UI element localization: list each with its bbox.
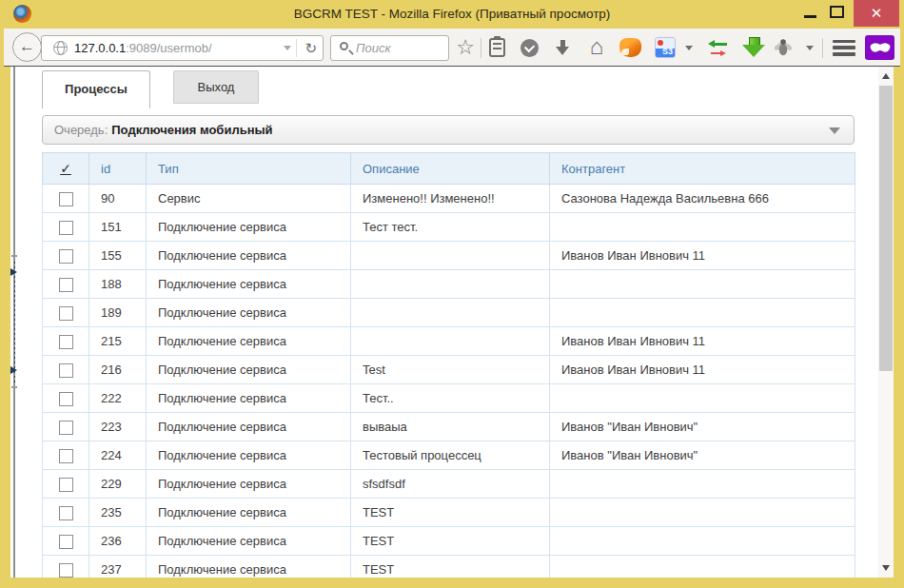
home-button[interactable]: ⌂ xyxy=(585,29,608,67)
table-row: 235Подключение сервисаTEST xyxy=(43,499,855,527)
cell-checkbox xyxy=(43,299,89,327)
row-checkbox[interactable] xyxy=(59,249,73,264)
row-checkbox[interactable] xyxy=(59,535,73,549)
cell-id: 215 xyxy=(89,327,147,356)
cell-checkbox xyxy=(43,470,89,499)
cell-id: 224 xyxy=(89,441,147,470)
cell-contragent xyxy=(550,270,855,299)
toolbar-separator xyxy=(822,38,823,58)
row-checkbox[interactable] xyxy=(59,363,73,378)
process-table: ✓ id Тип Описание Контрагент 90СервисИзм… xyxy=(42,152,855,578)
header-select-all: ✓ xyxy=(43,153,89,185)
cell-contragent: Иванов Иван Ивнович 11 xyxy=(550,242,855,270)
cell-contragent xyxy=(550,527,855,556)
header-type: Тип xyxy=(147,153,351,185)
cell-description xyxy=(351,242,550,270)
row-checkbox[interactable] xyxy=(59,306,73,321)
maximize-button[interactable] xyxy=(824,0,851,25)
fox-icon xyxy=(619,38,641,57)
url-bar[interactable]: 127.0.0.1:9089/usermob/ ↻ xyxy=(41,35,324,61)
cell-type: Сервис xyxy=(147,185,351,213)
cell-description: Изменено!! Изменено!! xyxy=(351,185,550,213)
cell-description: TEST xyxy=(351,499,550,527)
table-row: 151Подключение сервисаТест тест. xyxy=(43,213,855,242)
cell-description: Тест.. xyxy=(351,384,550,413)
pocket-button[interactable] xyxy=(519,29,540,67)
cell-type: Подключение сервиса xyxy=(147,499,351,527)
fly-icon xyxy=(773,37,794,58)
search-box[interactable]: Поиск xyxy=(330,35,449,61)
cell-type: Подключение сервиса xyxy=(147,413,351,441)
downloads-button[interactable] xyxy=(553,29,572,67)
fly-dropdown-button[interactable] xyxy=(803,29,816,67)
cell-description: TEST xyxy=(351,527,550,556)
scrollbar-thumb[interactable] xyxy=(879,86,893,371)
browser-content: Процессы Выход Очередь:Подключения мобил… xyxy=(10,67,894,578)
private-browsing-badge[interactable] xyxy=(865,35,894,60)
window-title: BGCRM TEST - Mozilla Firefox (Приватный … xyxy=(0,0,904,29)
minimize-button[interactable] xyxy=(797,0,824,25)
bookmark-star-button[interactable]: ☆ xyxy=(455,29,476,67)
menu-button[interactable] xyxy=(831,29,857,67)
scroll-up-icon[interactable] xyxy=(882,73,890,79)
table-row: 224Подключение сервисаТестовый процессец… xyxy=(43,441,855,470)
row-checkbox[interactable] xyxy=(59,421,73,435)
dual-arrows-icon xyxy=(708,38,729,57)
fly-extension-button[interactable] xyxy=(771,29,796,67)
maximize-icon xyxy=(830,6,844,18)
site-identity-globe-icon[interactable] xyxy=(53,41,68,55)
url-text[interactable]: 127.0.0.1:9089/usermob/ xyxy=(74,36,212,60)
row-checkbox[interactable] xyxy=(59,478,73,492)
back-button[interactable]: ← xyxy=(12,32,42,62)
cell-description: Тестовый процессец xyxy=(351,441,550,470)
url-history-dropdown-icon[interactable] xyxy=(284,46,291,50)
row-checkbox[interactable] xyxy=(59,335,73,349)
cell-id: 216 xyxy=(89,356,147,384)
cell-checkbox xyxy=(43,556,89,578)
row-checkbox[interactable] xyxy=(59,278,73,292)
cell-contragent xyxy=(550,556,855,578)
s3-dropdown-button[interactable] xyxy=(682,29,696,67)
reload-icon[interactable]: ↻ xyxy=(305,36,317,60)
cell-type: Подключение сервиса xyxy=(147,299,351,327)
tab-exit[interactable]: Выход xyxy=(173,70,259,104)
cell-type: Подключение сервиса xyxy=(147,527,351,556)
queue-select[interactable]: Очередь:Подключения мобильный xyxy=(42,115,855,145)
cell-id: 222 xyxy=(89,384,147,413)
tab-arrows-button[interactable] xyxy=(706,29,731,67)
s3-translator-button[interactable] xyxy=(653,29,678,67)
scroll-down-icon[interactable] xyxy=(882,565,890,571)
cell-id: 151 xyxy=(89,213,147,242)
row-checkbox[interactable] xyxy=(59,392,73,406)
splitter-arrow-icon[interactable] xyxy=(10,366,17,374)
green-download-button[interactable] xyxy=(740,29,767,67)
cell-checkbox xyxy=(43,213,89,242)
private-mask-icon xyxy=(870,42,891,54)
fox-extension-button[interactable] xyxy=(618,29,642,67)
vertical-scrollbar[interactable] xyxy=(878,67,894,578)
row-checkbox[interactable] xyxy=(59,192,73,206)
row-checkbox[interactable] xyxy=(59,221,73,235)
cell-id: 236 xyxy=(89,527,147,556)
splitter-dotted-grippy[interactable] xyxy=(14,262,15,383)
cell-type: Подключение сервиса xyxy=(147,327,351,356)
table-row: 222Подключение сервисаТест.. xyxy=(43,384,855,413)
close-button[interactable]: ✕ xyxy=(854,0,899,27)
header-description: Описание xyxy=(351,153,550,185)
pocket-icon xyxy=(521,39,539,57)
cell-description: Test xyxy=(351,356,550,384)
cell-contragent xyxy=(550,470,855,499)
row-checkbox[interactable] xyxy=(59,506,73,520)
tab-processes[interactable]: Процессы xyxy=(42,70,150,108)
table-row: 155Подключение сервисаИванов Иван Ивнови… xyxy=(43,242,855,270)
cell-type: Подключение сервиса xyxy=(147,441,351,470)
select-all-link[interactable]: ✓ xyxy=(60,161,71,176)
splitter-arrow-icon[interactable] xyxy=(10,268,17,276)
bookmarks-menu-button[interactable] xyxy=(486,29,507,67)
row-checkbox[interactable] xyxy=(59,563,73,578)
chevron-down-icon xyxy=(806,46,814,50)
cell-contragent xyxy=(550,299,855,327)
search-icon[interactable] xyxy=(340,42,348,50)
row-checkbox[interactable] xyxy=(59,449,73,463)
download-arrow-icon xyxy=(556,40,570,55)
